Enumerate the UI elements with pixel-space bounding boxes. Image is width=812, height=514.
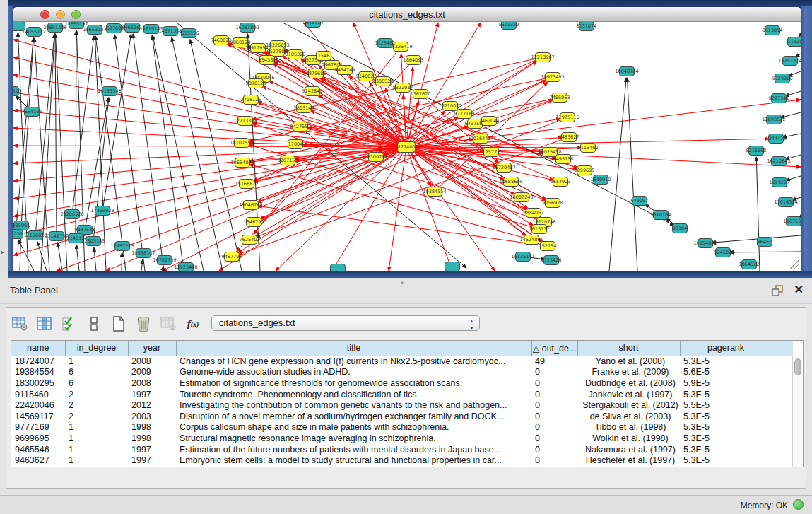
graph-edge[interactable] (72, 36, 94, 214)
table-row[interactable]: 1456911722003Disruption of a novel membe… (11, 411, 793, 422)
cell-year: 2008 (128, 356, 176, 367)
graph-edge[interactable] (18, 240, 34, 271)
graph-node-label: 1546799 (244, 219, 264, 225)
graph-node-label: 7625402 (240, 237, 260, 243)
cell-title: Genome-wide association studies in ADHD. (176, 367, 531, 378)
graph-edge[interactable] (76, 245, 79, 271)
panel-expand-handle[interactable]: ▸ (1, 249, 6, 255)
graph-edge[interactable] (21, 38, 33, 226)
graph-node-label: 8131074 (577, 23, 597, 29)
graph-node[interactable] (331, 264, 346, 271)
delete-table-icon[interactable] (159, 315, 177, 333)
left-collapsed-panel-strip[interactable]: ▸ (0, 0, 8, 278)
graph-node-label: 14055712 (22, 29, 45, 35)
close-panel-icon[interactable]: ✕ (794, 284, 804, 296)
column-header-out_degree[interactable]: △ out_de... (531, 341, 577, 356)
function-builder-icon[interactable]: f(x) (184, 315, 202, 333)
cell-name: 19384554 (11, 367, 65, 378)
table-panel-title: Table Panel (10, 285, 58, 296)
graph-edge[interactable] (249, 165, 531, 240)
table-row[interactable]: 946554611997Estimation of the future num… (11, 444, 793, 455)
table-row[interactable]: 969969511998Structural magnetic resonanc… (11, 433, 793, 444)
column-header-title[interactable]: title (176, 341, 531, 356)
table-scrollbar-thumb[interactable] (794, 358, 801, 375)
cell-in_degree: 1 (65, 444, 128, 455)
graph-node-label: 18300295 (364, 154, 387, 160)
frame-edge-right (801, 6, 812, 271)
cell-short: Dudbridge et al. (2008) (577, 378, 680, 389)
show-columns-icon[interactable] (35, 315, 54, 333)
graph-edge[interactable] (258, 206, 548, 246)
graph-node-label: 16083809 (235, 25, 259, 30)
graph-edge[interactable] (55, 34, 57, 236)
graph-node-label: 12975115 (555, 115, 579, 120)
cell-out_degree: 0 (531, 367, 577, 378)
graph-node-label: 1527602 (104, 25, 124, 31)
cell-pagerank: 5.3E-5 (680, 411, 772, 422)
graph-node-label: 9756928 (543, 200, 563, 206)
table-row[interactable]: 1830029562008Estimation of significance … (11, 378, 793, 389)
graph-edge[interactable] (262, 86, 406, 147)
column-header-in_degree[interactable]: in_degree (65, 341, 128, 356)
graph-edge[interactable] (627, 78, 637, 271)
table-row[interactable]: 1938455462009Genome-wide association stu… (11, 367, 793, 378)
cell-year: 1997 (128, 444, 176, 455)
graph-edge[interactable] (133, 34, 164, 271)
column-header-year[interactable]: year (128, 341, 176, 356)
graph-edge[interactable] (16, 38, 33, 234)
network-graph[interactable]: 1872400774638229860124891295418226053952… (13, 22, 801, 271)
graph-node-label: 14524861 (519, 237, 543, 243)
graph-edge[interactable] (114, 35, 145, 271)
float-panel-icon[interactable] (772, 285, 784, 296)
graph-node-label: 2803144 (294, 105, 314, 111)
delete-icon[interactable] (134, 315, 153, 333)
graph-edge[interactable] (141, 259, 143, 271)
new-column-icon[interactable] (110, 315, 128, 333)
graph-edge[interactable] (609, 78, 626, 271)
table-selector-dropdown[interactable]: citations_edges.txt ▲▼ (211, 315, 480, 331)
graph-edge[interactable] (799, 35, 801, 37)
graph-edge[interactable] (756, 157, 760, 271)
table-scrollbar[interactable] (792, 356, 803, 467)
graph-edge[interactable] (122, 252, 122, 271)
table-row[interactable]: 2242004622012Investigating the contribut… (11, 399, 793, 411)
cell-out_degree: 0 (531, 422, 577, 433)
table-row[interactable]: 946362711997Embryonic stem cells: a mode… (11, 455, 793, 466)
column-header-pagerank[interactable]: pagerank (680, 341, 772, 356)
table-settings-icon[interactable] (11, 315, 29, 333)
graph-edge[interactable] (406, 147, 452, 271)
graph-edge[interactable] (37, 242, 47, 271)
graph-edge[interactable] (712, 235, 801, 243)
graph-node-label: 2718126 (241, 97, 261, 103)
graph-edge[interactable] (95, 36, 126, 271)
graph-edge[interactable] (95, 36, 106, 271)
table-row[interactable]: 1872400712008Changes of HCN gene express… (11, 356, 793, 367)
graph-edge[interactable] (94, 247, 96, 271)
memory-ok-icon[interactable] (793, 499, 804, 510)
graph-edge[interactable] (190, 40, 242, 271)
graph-node-label: 9329966 (772, 76, 793, 81)
graph-edge[interactable] (401, 54, 406, 147)
column-header-short[interactable]: short (577, 341, 680, 356)
graph-edge[interactable] (389, 147, 406, 271)
graph-edge[interactable] (729, 252, 801, 252)
graph-node[interactable] (445, 262, 460, 271)
column-header-name[interactable]: name (11, 341, 65, 356)
graph-edge[interactable] (163, 147, 406, 271)
table-row[interactable]: 911546021997Tourette syndrome. Phenomeno… (11, 389, 793, 400)
network-canvas[interactable]: 1872400774638229860124891295418226053952… (13, 22, 801, 271)
window-titlebar[interactable]: citations_edges.txt (13, 7, 801, 22)
cell-in_degree: 1 (65, 422, 128, 433)
select-all-icon[interactable] (60, 315, 78, 333)
graph-node-label: 5572319 (499, 22, 519, 28)
graph-edge[interactable] (57, 243, 62, 271)
splitter-handle[interactable]: ▲ (399, 279, 405, 286)
table-row[interactable]: 977716911998Corpus callosum shape and si… (11, 422, 793, 433)
cell-title: Tourette syndrome. Phenomenology and cla… (176, 389, 531, 400)
graph-node-label: 9457791 (222, 254, 242, 259)
clear-selection-icon[interactable] (85, 315, 103, 333)
resize-grip-icon[interactable] (790, 260, 799, 269)
graph-edge[interactable] (76, 30, 76, 238)
graph-edge[interactable] (153, 35, 204, 271)
cell-year: 2009 (128, 367, 176, 378)
